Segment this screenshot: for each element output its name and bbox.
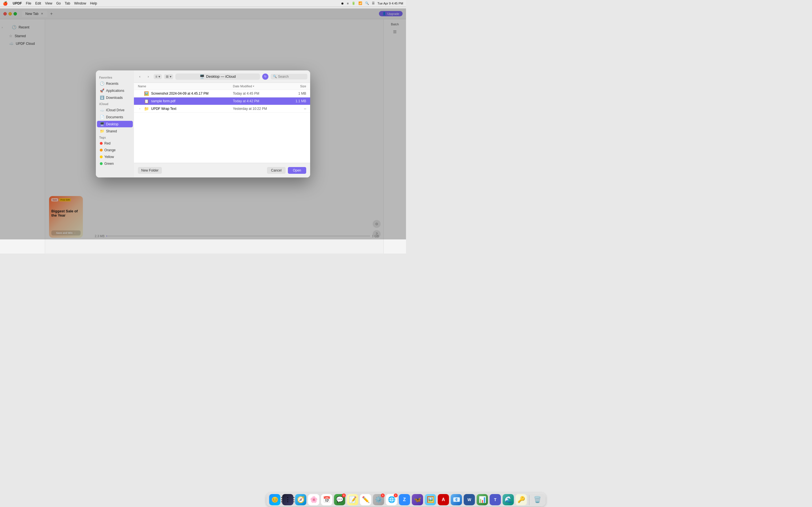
dialog-tag-green[interactable]: Green	[97, 161, 133, 167]
desktop-icon: 🖥️	[100, 122, 104, 126]
dialog-sidebar-desktop[interactable]: 🖥️ Desktop	[97, 121, 133, 127]
grid-view-selector[interactable]: ⊞ ▾	[164, 74, 173, 79]
green-tag-dot	[100, 162, 103, 165]
file-list: Name Date Modified ▾ Size	[134, 83, 310, 163]
dialog-tag-red[interactable]: Red	[97, 140, 133, 147]
list-view-selector[interactable]: ≡ ▾	[154, 74, 162, 79]
recents-label: Recents	[106, 82, 118, 86]
file-row[interactable]: 📋 sample form.pdf Today at 4:42 PM 1.1 M…	[134, 98, 310, 105]
downloads-label: Downloads	[106, 96, 123, 100]
help-menu[interactable]: Help	[90, 1, 97, 5]
new-folder-button[interactable]: New Folder	[138, 167, 162, 174]
grid-view-icon: ⊞	[166, 75, 168, 78]
applications-icon: 🚀	[100, 89, 104, 93]
cancel-button[interactable]: Cancel	[267, 167, 285, 174]
dialog-sidebar-documents[interactable]: 📄 Documents	[97, 114, 133, 120]
dialog-tag-orange[interactable]: Orange	[97, 147, 133, 153]
file-size: 1.1 MB	[284, 99, 306, 103]
icloud-drive-icon: ☁️	[100, 108, 104, 112]
app-window: New Tab ✕ + 👤 Upgrade › 🕐 Recent ☆ Starr…	[0, 8, 406, 253]
shared-icon: 📁	[100, 129, 104, 133]
grid-view-arrow: ▾	[170, 75, 171, 78]
dialog-sidebar-shared[interactable]: 📁 Shared	[97, 128, 133, 134]
control-center-icon[interactable]: ≡	[347, 2, 349, 5]
yellow-tag-label: Yellow	[104, 155, 114, 159]
file-date: Today at 4:45 PM	[233, 92, 284, 96]
file-icon-image: 🖼️	[144, 91, 149, 96]
search-menubar-icon[interactable]: 🔍	[365, 1, 369, 5]
file-size: 1 MB	[284, 92, 306, 96]
file-menu[interactable]: File	[26, 1, 31, 5]
list-view-icon: ≡	[155, 75, 157, 78]
dialog-tag-yellow[interactable]: Yellow	[97, 154, 133, 160]
file-name: Screenshot 2024-04-09 at 4.45.17 PM	[151, 92, 208, 96]
file-row[interactable]: 🖼️ Screenshot 2024-04-09 at 4.45.17 PM T…	[134, 90, 310, 98]
file-name-cell: 📋 sample form.pdf	[138, 99, 233, 103]
yellow-tag-dot	[100, 156, 103, 158]
red-tag-label: Red	[104, 142, 110, 145]
nav-back-button[interactable]: ‹	[137, 73, 143, 80]
view-menu[interactable]: View	[45, 1, 52, 5]
icloud-section-label: iCloud	[96, 101, 134, 106]
open-button[interactable]: Open	[288, 167, 306, 174]
screen-record-icon: ⏺	[341, 2, 344, 5]
orange-tag-dot	[100, 149, 103, 152]
file-name: UPDF Wrap Text	[151, 107, 176, 111]
file-icon-pdf: 📋	[144, 99, 149, 103]
file-name-cell: 🖼️ Screenshot 2024-04-09 at 4.45.17 PM	[138, 91, 233, 96]
expand-arrow	[138, 92, 142, 96]
recents-icon: 🕐	[100, 81, 104, 86]
refresh-button[interactable]: ↻	[262, 73, 268, 80]
documents-label: Documents	[106, 115, 123, 119]
notification-icon[interactable]: ☰	[372, 1, 375, 5]
documents-icon: 📄	[100, 115, 104, 119]
name-column-header[interactable]: Name	[138, 84, 233, 88]
file-row[interactable]: › 📁 UPDF Wrap Text Yesterday at 10:22 PM…	[134, 105, 310, 113]
dialog-sidebar-recents[interactable]: 🕐 Recents	[97, 80, 133, 87]
green-tag-label: Green	[104, 162, 114, 166]
wifi-icon[interactable]: 📶	[358, 1, 362, 5]
downloads-icon: ⬇️	[100, 96, 104, 100]
file-date: Yesterday at 10:22 PM	[233, 107, 284, 111]
search-box: 🔍	[271, 74, 307, 79]
file-size: --	[284, 107, 306, 111]
location-pill: 🖥️ Desktop — iCloud	[175, 73, 260, 80]
shared-label: Shared	[106, 129, 117, 133]
dialog-sidebar-icloud-drive[interactable]: ☁️ iCloud Drive	[97, 107, 133, 113]
window-menu[interactable]: Window	[74, 1, 86, 5]
dialog-sidebar: Favorites 🕐 Recents 🚀 Applications ⬇️ Do…	[96, 70, 134, 177]
file-name: sample form.pdf	[151, 99, 175, 103]
search-icon: 🔍	[273, 75, 277, 78]
applications-label: Applications	[106, 89, 124, 93]
go-menu[interactable]: Go	[56, 1, 61, 5]
file-icon-folder: 📁	[144, 107, 149, 111]
apple-menu[interactable]: 🍎	[3, 1, 8, 6]
app-name-menu[interactable]: UPDF	[13, 1, 22, 5]
dialog-sidebar-applications[interactable]: 🚀 Applications	[97, 87, 133, 94]
dialog-overlay: Favorites 🕐 Recents 🚀 Applications ⬇️ Do…	[0, 8, 406, 239]
tab-menu[interactable]: Tab	[65, 1, 70, 5]
file-date: Today at 4:42 PM	[233, 99, 284, 103]
size-column-header[interactable]: Size	[284, 84, 306, 88]
nav-forward-button[interactable]: ›	[145, 73, 151, 80]
footer-action-buttons: Cancel Open	[267, 167, 306, 174]
dialog-main: ‹ › ≡ ▾ ⊞ ▾ 🖥️ Desktop — iCloud ↻	[134, 70, 310, 177]
battery-icon: 🔋	[352, 1, 356, 5]
orange-tag-label: Orange	[104, 148, 116, 152]
dialog-sidebar-downloads[interactable]: ⬇️ Downloads	[97, 94, 133, 101]
icloud-drive-label: iCloud Drive	[106, 108, 124, 112]
edit-menu[interactable]: Edit	[35, 1, 41, 5]
dialog-footer: New Folder Cancel Open	[134, 163, 310, 177]
list-view-arrow: ▾	[158, 75, 160, 78]
location-folder-icon: 🖥️	[200, 74, 204, 79]
location-text: Desktop — iCloud	[206, 74, 236, 78]
sort-arrow: ▾	[253, 85, 254, 88]
menu-bar: 🍎 UPDF File Edit View Go Tab Window Help…	[0, 0, 406, 7]
file-dialog: Favorites 🕐 Recents 🚀 Applications ⬇️ Do…	[96, 70, 310, 177]
expand-arrow: ›	[138, 107, 142, 111]
dialog-toolbar: ‹ › ≡ ▾ ⊞ ▾ 🖥️ Desktop — iCloud ↻	[134, 70, 310, 83]
clock: Tue Apr 9 4:45 PM	[377, 2, 403, 5]
expand-arrow	[138, 99, 142, 103]
search-input[interactable]	[278, 75, 303, 78]
date-column-header[interactable]: Date Modified ▾	[233, 84, 284, 88]
